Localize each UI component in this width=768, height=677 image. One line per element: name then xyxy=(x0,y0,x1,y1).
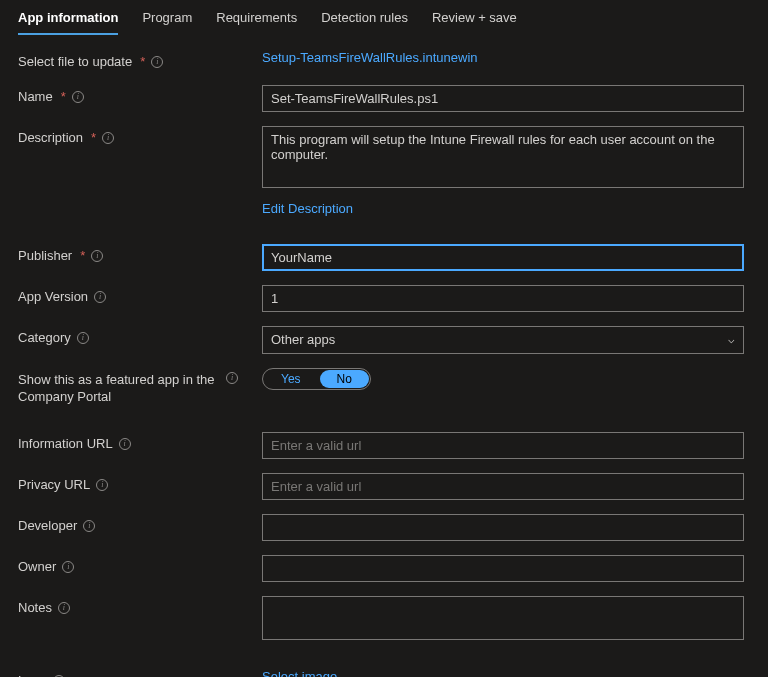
publisher-label: Publisher xyxy=(18,248,72,265)
required-marker: * xyxy=(61,89,66,106)
info-icon[interactable]: i xyxy=(62,561,74,573)
notes-label: Notes xyxy=(18,600,52,617)
toggle-yes[interactable]: Yes xyxy=(263,369,319,389)
select-file-label: Select file to update xyxy=(18,54,132,71)
privacy-url-label: Privacy URL xyxy=(18,477,90,494)
info-icon[interactable]: i xyxy=(91,250,103,262)
publisher-input[interactable] xyxy=(262,244,744,271)
featured-toggle[interactable]: Yes No xyxy=(262,368,371,390)
name-input[interactable] xyxy=(262,85,744,112)
developer-label: Developer xyxy=(18,518,77,535)
notes-textarea[interactable] xyxy=(262,596,744,640)
developer-input[interactable] xyxy=(262,514,744,541)
required-marker: * xyxy=(91,130,96,147)
tab-bar: App information Program Requirements Det… xyxy=(0,0,768,36)
select-file-link[interactable]: Setup-TeamsFireWallRules.intunewin xyxy=(262,50,478,65)
info-icon[interactable]: i xyxy=(102,132,114,144)
tab-requirements[interactable]: Requirements xyxy=(216,10,297,35)
required-marker: * xyxy=(140,54,145,71)
form-area: Select file to update * i Setup-TeamsFir… xyxy=(0,36,768,677)
tab-review-save[interactable]: Review + save xyxy=(432,10,517,35)
owner-label: Owner xyxy=(18,559,56,576)
info-icon[interactable]: i xyxy=(96,479,108,491)
category-select[interactable]: Other apps ⌵ xyxy=(262,326,744,354)
select-image-link[interactable]: Select image xyxy=(262,669,337,677)
featured-label: Show this as a featured app in the Compa… xyxy=(18,372,218,406)
info-url-label: Information URL xyxy=(18,436,113,453)
info-icon[interactable]: i xyxy=(83,520,95,532)
edit-description-link[interactable]: Edit Description xyxy=(262,201,353,216)
app-version-label: App Version xyxy=(18,289,88,306)
category-label: Category xyxy=(18,330,71,347)
description-textarea[interactable]: This program will setup the Intune Firew… xyxy=(262,126,744,188)
required-marker: * xyxy=(80,248,85,265)
info-icon[interactable]: i xyxy=(72,91,84,103)
tab-detection-rules[interactable]: Detection rules xyxy=(321,10,408,35)
info-icon[interactable]: i xyxy=(226,372,238,384)
info-icon[interactable]: i xyxy=(119,438,131,450)
info-icon[interactable]: i xyxy=(94,291,106,303)
name-label: Name xyxy=(18,89,53,106)
logo-label: Logo xyxy=(18,673,47,677)
info-icon[interactable]: i xyxy=(151,56,163,68)
tab-program[interactable]: Program xyxy=(142,10,192,35)
chevron-down-icon: ⌵ xyxy=(728,333,735,346)
app-version-input[interactable] xyxy=(262,285,744,312)
owner-input[interactable] xyxy=(262,555,744,582)
tab-app-information[interactable]: App information xyxy=(18,10,118,35)
privacy-url-input[interactable] xyxy=(262,473,744,500)
toggle-no[interactable]: No xyxy=(320,370,369,388)
category-value: Other apps xyxy=(271,332,335,347)
description-label: Description xyxy=(18,130,83,147)
info-icon[interactable]: i xyxy=(58,602,70,614)
info-icon[interactable]: i xyxy=(77,332,89,344)
info-url-input[interactable] xyxy=(262,432,744,459)
